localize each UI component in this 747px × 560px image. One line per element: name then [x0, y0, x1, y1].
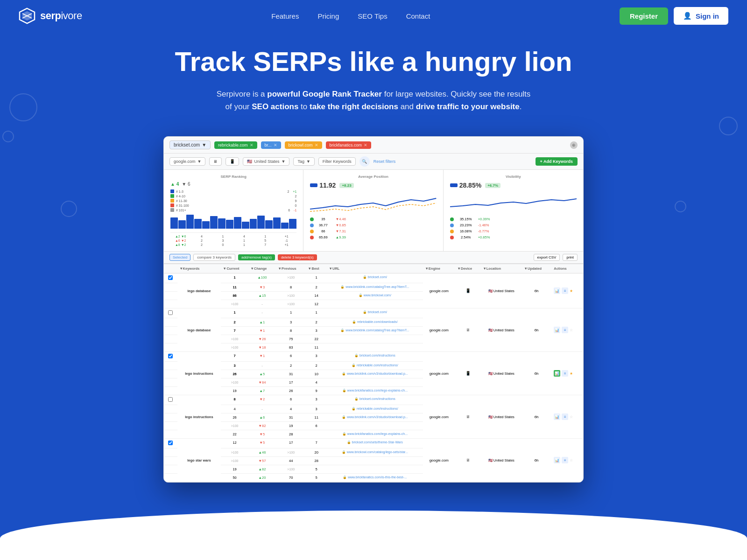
list-icon[interactable]: ≡ [562, 413, 568, 420]
export-csv-button[interactable]: export CSV [534, 254, 560, 261]
logo[interactable]: serpivore [19, 7, 82, 24]
url-link[interactable]: 🔒 rebrickable.com/downloads/ [330, 320, 420, 324]
tab-rebrickable[interactable]: rebrickable.com✕ [214, 141, 257, 149]
col-previous[interactable]: ▾ Previous [276, 264, 306, 273]
url-link[interactable]: 🔒 brickset.com/instructions [330, 397, 420, 401]
visibility-panel: Visibility 28.85% +6.7% [444, 170, 583, 251]
url-link[interactable]: 🔒 www.brickfanatics.com/lego-explains-ch… [330, 432, 420, 436]
list-icon[interactable]: ≡ [562, 327, 568, 333]
url-link[interactable]: 🔒 rebrickable.com/instructions/ [330, 407, 420, 411]
region-selector[interactable]: 🇺🇸 United States ▼ [243, 157, 289, 166]
device-icon: 📱 [465, 371, 471, 376]
row-checkbox[interactable] [168, 397, 173, 402]
col-change[interactable]: ▾ Change [248, 264, 276, 273]
row-actions: 📊 ≡ ★ [554, 370, 580, 377]
row-checkbox[interactable] [168, 441, 173, 445]
device-toggle-mobile[interactable]: 📱 [226, 157, 239, 166]
chart-icon[interactable]: 📊 [554, 287, 560, 294]
row-checkbox[interactable] [168, 310, 173, 315]
url-link[interactable]: 🔒 www.bricklink.com/v3/studio/download.p… [330, 372, 420, 376]
url-link[interactable]: 🔒 brickset.com/ [330, 275, 420, 279]
list-icon[interactable]: ≡ [562, 287, 568, 294]
tab-brickfanatics[interactable]: brickfanatics.com✕ [326, 141, 372, 149]
device-toggle[interactable]: 🖥 [209, 157, 222, 166]
star-icon[interactable]: ☆ [570, 415, 573, 419]
url-link[interactable]: 🔒 www.brickowl.com/ [330, 294, 420, 297]
signin-button[interactable]: 👤 Sign in [674, 7, 728, 25]
serp-ranking-panel: SERP Ranking ▲ 4 ▼ 6 # 1-32+1 # 4-102 # … [164, 170, 303, 251]
avg-line-chart [310, 193, 436, 216]
tab-br[interactable]: br...✕ [261, 141, 281, 149]
nav-features[interactable]: Features [271, 12, 299, 20]
compare-button[interactable]: compare 3 keywords [193, 254, 235, 261]
decoration-circle-4 [675, 201, 686, 212]
nav-pricing[interactable]: Pricing [317, 12, 339, 20]
dashboard-preview: brickset.com ▼ rebrickable.com✕ br...✕ b… [163, 136, 584, 483]
tab-brickowl[interactable]: brickowl.com✕ [285, 141, 322, 149]
url-link[interactable]: 🔒 brickset.com/ [330, 310, 420, 314]
col-device[interactable]: ▾ Device [455, 264, 481, 273]
keyword-name: lego database [187, 328, 211, 332]
url-link[interactable]: 🔒 rebrickable.com/instructions/ [330, 364, 420, 367]
row-checkbox[interactable] [168, 275, 173, 280]
print-button[interactable]: print [563, 254, 578, 261]
vis-rows: 35.15% +0.39% 23.23% -1.46% 16.08% -0.77… [450, 216, 577, 240]
list-icon[interactable]: ≡ [562, 370, 568, 377]
url-link[interactable]: 🔒 www.brickowl.com/catalog/lego-sets/sta… [330, 450, 420, 454]
star-icon[interactable]: ☆ [570, 458, 573, 462]
navbar: serpivore Features Pricing SEO Tips Cont… [0, 0, 747, 32]
url-link[interactable]: 🔒 www.bricklink.com/catalogTree.asp?Item… [330, 285, 420, 289]
tag-selector[interactable]: Tag ▼ [293, 157, 314, 166]
bottom-section: Beat the competition on Google in your i… [0, 539, 747, 560]
keywords-table-wrapper: ▾ Keywords ▾ Current ▾ Change ▾ Previous… [164, 264, 583, 482]
chart-icon[interactable]: 📊 [554, 327, 560, 333]
decoration-circle-1 [9, 93, 37, 121]
chart-icon[interactable]: 📊 [554, 457, 560, 463]
url-link[interactable]: 🔒 www.bricklink.com/catalogTree.asp?Item… [330, 329, 420, 332]
chart-icon[interactable]: 📊 [554, 370, 560, 377]
google-selector[interactable]: google.com ▼ [169, 157, 205, 166]
list-icon[interactable]: ≡ [562, 457, 568, 463]
add-remove-tag-button[interactable]: add/remove tag(s) [238, 254, 275, 260]
col-best[interactable]: ▾ Best [306, 264, 327, 273]
col-updated[interactable]: ▾ Updated [522, 264, 551, 273]
col-current[interactable]: ▾ Current [221, 264, 248, 273]
row-actions: 📊 ≡ ★ [554, 287, 580, 294]
decoration-circle-5 [719, 117, 738, 135]
col-keywords[interactable]: ▾ Keywords [177, 264, 221, 273]
col-checkbox [164, 264, 177, 273]
site-badge: brickset.com ▼ [169, 140, 211, 149]
reset-filters-btn[interactable]: Reset filters [374, 159, 396, 164]
col-url[interactable]: ▾ URL [327, 264, 423, 273]
url-link[interactable]: 🔒 www.brickfanatics.com/lego-explains-ch… [330, 389, 420, 392]
vis-line-chart [450, 193, 577, 216]
register-button[interactable]: Register [620, 7, 668, 25]
delete-keyword-button[interactable]: delete 3 keyword(s) [278, 254, 317, 260]
filter-keywords-btn[interactable]: Filter Keywords [318, 157, 356, 166]
col-engine[interactable]: ▾ Engine [423, 264, 455, 273]
chart-icon[interactable]: 📊 [554, 413, 560, 420]
add-keywords-button[interactable]: + Add Keywords [536, 157, 578, 166]
url-link[interactable]: 🔒 www.bricklink.com/v3/studio/download.p… [330, 415, 420, 419]
dashboard-header: brickset.com ▼ rebrickable.com✕ br...✕ b… [164, 137, 583, 154]
table-row: lego database 1 - 1 1 🔒 brickset.com/ go… [164, 308, 583, 318]
stats-row: SERP Ranking ▲ 4 ▼ 6 # 1-32+1 # 4-102 # … [164, 170, 583, 252]
star-icon[interactable]: ★ [570, 371, 573, 376]
star-icon[interactable]: ☆ [570, 328, 573, 332]
position-rows: 35 ▼4.46 36.77 ▼0.85 66 ▼7.31 [310, 216, 436, 240]
vis-badge: +6.7% [485, 183, 500, 188]
nav-actions: Register 👤 Sign in [620, 7, 728, 25]
url-link[interactable]: 🔒 www.brickfanatics.com/is-this-the-best… [330, 476, 420, 479]
url-link[interactable]: 🔒 brickset.com/sets/theme-Star-Wars [330, 441, 420, 444]
url-link[interactable]: 🔒 brickset.com/instructions [330, 354, 420, 357]
col-location[interactable]: ▾ Location [481, 264, 522, 273]
nav-seo-tips[interactable]: SEO Tips [358, 12, 387, 20]
star-icon[interactable]: ★ [570, 289, 573, 293]
table-row: lego instructions 8 ▼2 6 3 🔒 brickset.co… [164, 395, 583, 405]
dashboard-close-button[interactable]: ⊕ [570, 141, 578, 149]
search-icon[interactable]: 🔍 [359, 156, 370, 167]
nav-contact[interactable]: Contact [406, 12, 430, 20]
row-actions: 📊 ≡ ☆ [554, 327, 580, 333]
selected-label: Selected [169, 254, 190, 261]
row-checkbox[interactable] [168, 354, 173, 358]
